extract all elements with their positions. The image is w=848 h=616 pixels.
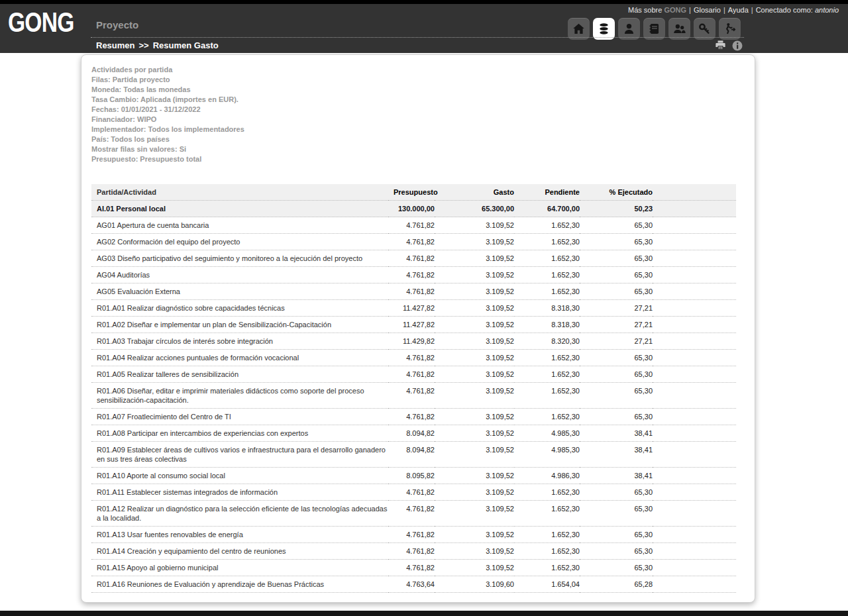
cell-ejecutado: 65,30 [580,366,653,383]
table-row: R01.A15 Apoyo al gobierno municipal 4.76… [91,560,736,576]
breadcrumb: Resumen>>Resumen Gasto [96,40,219,50]
table-row: R01.A03 Trabajar círculos de interés sob… [91,333,736,350]
table-row: R01.A02 Diseñar e implementar un plan de… [91,317,736,333]
table-total-row: AI.01 Personal local 130.000,00 65.300,0… [91,201,736,217]
report-card: Actividades por partida Filas: Partida p… [81,54,755,603]
cell-presupuesto: 4.761,82 [388,560,435,576]
table-row: AG01 Apertura de cuenta bancaria 4.761,8… [91,217,736,234]
cell-activity: R01.A11 Establecer sistemas integrados d… [91,484,388,501]
breadcrumb-section[interactable]: Resumen [96,40,135,50]
table-row: R01.A08 Participar en intercambios de ex… [91,425,736,442]
table-row: R01.A14 Creación y equipamiento del cent… [91,543,736,560]
cell-pendiente: 1.652,30 [514,501,580,527]
gong-brand-inline: GONG [664,6,686,14]
report-filter-line: Financiador: WIPO [91,115,755,125]
table-row: R01.A04 Realizar acciones puntuales de f… [91,350,736,366]
cell-activity: R01.A02 Diseñar e implementar un plan de… [91,317,388,333]
link-separator: | [749,6,756,14]
notebook-icon [647,22,661,36]
more-about-link[interactable]: Más sobre GONG [628,6,686,14]
report-filter-line: Fechas: 01/01/2021 - 31/12/2022 [91,105,755,115]
cell-gasto: 3.109,52 [435,442,514,468]
cell-pendiente: 8.318,30 [514,300,580,317]
table-row: AG05 Evaluación Externa 4.761,82 3.109,5… [91,283,736,300]
cell-presupuesto: 4.761,82 [388,527,435,543]
col-header-spacer [653,184,736,201]
table-row: R01.A06 Diseñar, editar e imprimir mater… [91,383,736,409]
cell-pendiente: 4.985,30 [514,442,580,468]
total-ejecutado: 50,23 [580,201,653,217]
cell-presupuesto: 4.761,82 [388,501,435,527]
cell-activity: AG03 Diseño participativo del seguimient… [91,250,388,267]
cell-pendiente: 1.652,30 [514,283,580,300]
gong-app: GONG Proyecto Más sobre GONG|Glosario|Ay… [0,0,848,616]
cell-activity: R01.A07 Froatlecimiento del Centro de TI [91,409,388,425]
help-link[interactable]: Ayuda [728,6,749,14]
cell-pendiente: 1.652,30 [514,383,580,409]
cell-presupuesto: 4.761,82 [388,267,435,283]
cell-activity: R01.A01 Realizar diagnóstico sobre capac… [91,300,388,317]
report-filter-line: Implementador: Todos los implementadores [91,125,755,134]
cell-presupuesto: 4.761,82 [388,484,435,501]
cell-activity: AG05 Evaluación Externa [91,283,388,300]
cell-pendiente: 1.654,04 [514,576,580,593]
cell-presupuesto: 4.761,82 [388,383,435,409]
cell-presupuesto: 4.761,82 [388,409,435,425]
cell-pendiente: 1.652,30 [514,527,580,543]
cell-gasto: 3.109,60 [435,576,514,593]
table-row: R01.A13 Usar fuentes renovables de energ… [91,527,736,543]
total-activity: AI.01 Personal local [91,201,388,217]
report-filter-line: Filas: Partida proyecto [91,75,755,85]
expense-summary-table: Partida/Actividad Presupuesto Gasto Pend… [91,184,736,593]
cell-ejecutado: 65,30 [580,543,653,560]
cell-gasto: 3.109,52 [435,317,514,333]
info-button[interactable] [731,40,743,52]
cell-pendiente: 1.652,30 [514,250,580,267]
home-icon [572,22,586,36]
cell-gasto: 3.109,52 [435,501,514,527]
connected-as-label: Conectado como: [756,6,813,14]
cell-presupuesto: 8.094,82 [388,425,435,442]
cell-activity: R01.A04 Realizar acciones puntuales de f… [91,350,388,366]
header-bar: GONG Proyecto Más sobre GONG|Glosario|Ay… [0,0,848,53]
key-icon [698,22,712,36]
table-row: R01.A12 Realizar un diagnóstico para la … [91,501,736,527]
total-presupuesto: 130.000,00 [388,201,435,217]
cell-gasto: 3.109,52 [435,425,514,442]
cell-pendiente: 1.652,30 [514,543,580,560]
cell-gasto: 3.109,52 [435,484,514,501]
table-row: R01.A01 Realizar diagnóstico sobre capac… [91,300,736,317]
cell-pendiente: 8.320,30 [514,333,580,350]
cell-pendiente: 1.652,30 [514,267,580,283]
report-filter-line: Actividades por partida [91,65,755,75]
footer-bar [0,611,848,616]
cell-presupuesto: 4.761,82 [388,366,435,383]
report-filters-summary: Actividades por partida Filas: Partida p… [91,65,755,164]
cell-presupuesto: 4.763,64 [388,576,435,593]
cell-activity: AG01 Apertura de cuenta bancaria [91,217,388,234]
cell-ejecutado: 27,21 [580,317,653,333]
printer-icon [714,39,727,52]
cell-activity: AG02 Conformación del equipo del proyect… [91,234,388,250]
cell-presupuesto: 4.761,82 [388,543,435,560]
users-icon [672,22,686,36]
cell-ejecutado: 65,30 [580,250,653,267]
cell-ejecutado: 65,30 [580,527,653,543]
username: antonio [815,6,839,14]
cell-ejecutado: 65,30 [580,560,653,576]
link-separator: | [721,6,728,14]
col-header-presupuesto: Presupuesto [388,184,435,201]
cell-presupuesto: 11.427,82 [388,317,435,333]
print-button[interactable] [714,39,727,52]
cell-gasto: 3.109,52 [435,543,514,560]
database-icon [597,22,611,36]
cell-activity: R01.A03 Trabajar círculos de interés sob… [91,333,388,350]
table-row: R01.A07 Froatlecimiento del Centro de TI… [91,409,736,425]
cell-pendiente: 1.652,30 [514,217,580,234]
cell-gasto: 3.109,52 [435,366,514,383]
gong-logo: GONG [8,8,74,37]
cell-presupuesto: 8.094,82 [388,442,435,468]
glossary-link[interactable]: Glosario [694,6,721,14]
table-header-row: Partida/Actividad Presupuesto Gasto Pend… [91,184,736,201]
table-row: R01.A16 Reuniones de Evaluación y aprend… [91,576,736,593]
